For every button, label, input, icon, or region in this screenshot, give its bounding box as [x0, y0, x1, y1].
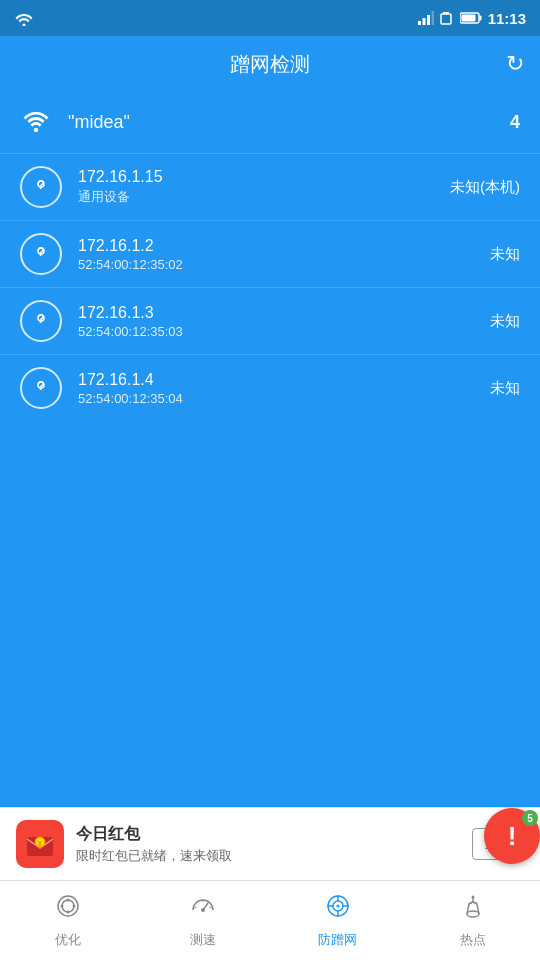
ad-banner[interactable]: ¥ 今日红包 限时红包已就绪，速来领取 立即 ! 5 [0, 807, 540, 880]
hotspot-icon [459, 892, 487, 927]
nav-item-antileeching[interactable]: 防蹭网 [270, 881, 405, 960]
device-mac-3: 52:54:00:12:35:04 [78, 391, 474, 406]
badge-count: 5 [522, 810, 538, 826]
ad-title: 今日红包 [76, 824, 460, 845]
device-row-1[interactable]: ? 172.16.1.2 52:54:00:12:35:02 未知 [0, 220, 540, 287]
svg-point-27 [72, 905, 75, 908]
device-row-2[interactable]: ? 172.16.1.3 52:54:00:12:35:03 未知 [0, 287, 540, 354]
svg-text:?: ? [37, 379, 44, 393]
wifi-status-icon [14, 10, 34, 26]
device-mac-2: 52:54:00:12:35:03 [78, 324, 474, 339]
device-ip-3: 172.16.1.4 [78, 371, 474, 389]
ad-text: 今日红包 限时红包已就绪，速来领取 [76, 824, 460, 865]
svg-text:?: ? [37, 178, 44, 192]
svg-rect-6 [443, 12, 449, 14]
device-row-0[interactable]: ? 172.16.1.15 通用设备 未知(本机) [0, 153, 540, 220]
hongbao-icon: ¥ [25, 829, 55, 859]
status-left [14, 10, 34, 26]
optimize-icon [54, 892, 82, 927]
nav-label-optimize: 优化 [55, 931, 81, 949]
battery-icon [460, 12, 482, 24]
nav-label-hotspot: 热点 [460, 931, 486, 949]
refresh-button[interactable]: ↻ [506, 51, 524, 77]
svg-rect-5 [441, 14, 451, 24]
device-list: ? 172.16.1.15 通用设备 未知(本机) ? 172.16.1.2 5… [0, 153, 540, 421]
notification-badge[interactable]: ! 5 [484, 808, 540, 864]
wifi-name: "midea" [68, 112, 494, 133]
status-right: 11:13 [418, 10, 526, 27]
device-unknown-icon: ? [20, 367, 62, 409]
time-display: 11:13 [488, 10, 526, 27]
device-count: 4 [510, 112, 520, 133]
bottom-nav: 优化 测速 防蹭网 [0, 880, 540, 960]
device-info-0: 172.16.1.15 通用设备 [78, 168, 434, 206]
exclamation-icon: ! [508, 821, 517, 852]
svg-point-23 [62, 900, 74, 912]
svg-line-30 [195, 907, 197, 908]
status-bar: 11:13 [0, 0, 540, 36]
device-unknown-icon: ? [20, 166, 62, 208]
svg-line-31 [209, 907, 211, 908]
page-title: 蹭网检测 [230, 51, 310, 78]
antileeching-icon [324, 892, 352, 927]
device-status-3: 未知 [490, 379, 520, 398]
device-ip-1: 172.16.1.2 [78, 237, 474, 255]
svg-text:?: ? [37, 245, 44, 259]
nav-item-optimize[interactable]: 优化 [0, 881, 135, 960]
svg-rect-3 [427, 15, 430, 25]
app-header: 蹭网检测 ↻ [0, 36, 540, 92]
nav-label-speedtest: 测速 [190, 931, 216, 949]
sim-icon [440, 11, 454, 25]
svg-point-24 [66, 899, 69, 902]
main-content: "midea" 4 ? 172.16.1.15 通用设备 未知(本机) ? [0, 92, 540, 807]
device-status-1: 未知 [490, 245, 520, 264]
svg-point-25 [66, 911, 69, 914]
nav-label-antileeching: 防蹭网 [318, 931, 357, 949]
device-status-0: 未知(本机) [450, 178, 520, 197]
svg-rect-9 [479, 16, 481, 21]
svg-rect-1 [418, 21, 421, 25]
device-mac-1: 52:54:00:12:35:02 [78, 257, 474, 272]
svg-point-26 [60, 905, 63, 908]
svg-point-35 [336, 905, 339, 908]
device-mac-0: 通用设备 [78, 188, 434, 206]
svg-text:?: ? [37, 312, 44, 326]
signal-icon [418, 11, 434, 25]
ad-subtitle: 限时红包已就绪，速来领取 [76, 847, 460, 865]
svg-text:¥: ¥ [38, 840, 42, 847]
device-unknown-icon: ? [20, 233, 62, 275]
svg-point-0 [23, 24, 26, 27]
svg-point-40 [467, 911, 479, 917]
device-unknown-icon: ? [20, 300, 62, 342]
svg-point-10 [34, 128, 38, 132]
speedtest-icon [189, 892, 217, 927]
wifi-row: "midea" 4 [0, 92, 540, 153]
device-status-2: 未知 [490, 312, 520, 331]
svg-rect-4 [431, 11, 434, 25]
device-ip-2: 172.16.1.3 [78, 304, 474, 322]
svg-rect-2 [422, 18, 425, 25]
device-info-3: 172.16.1.4 52:54:00:12:35:04 [78, 371, 474, 406]
wifi-icon [20, 106, 52, 139]
nav-item-speedtest[interactable]: 测速 [135, 881, 270, 960]
device-info-1: 172.16.1.2 52:54:00:12:35:02 [78, 237, 474, 272]
device-ip-0: 172.16.1.15 [78, 168, 434, 186]
svg-point-29 [201, 908, 205, 912]
nav-item-hotspot[interactable]: 热点 [405, 881, 540, 960]
svg-point-42 [471, 896, 474, 899]
device-row-3[interactable]: ? 172.16.1.4 52:54:00:12:35:04 未知 [0, 354, 540, 421]
device-info-2: 172.16.1.3 52:54:00:12:35:03 [78, 304, 474, 339]
svg-rect-8 [461, 15, 475, 22]
ad-icon: ¥ [16, 820, 64, 868]
